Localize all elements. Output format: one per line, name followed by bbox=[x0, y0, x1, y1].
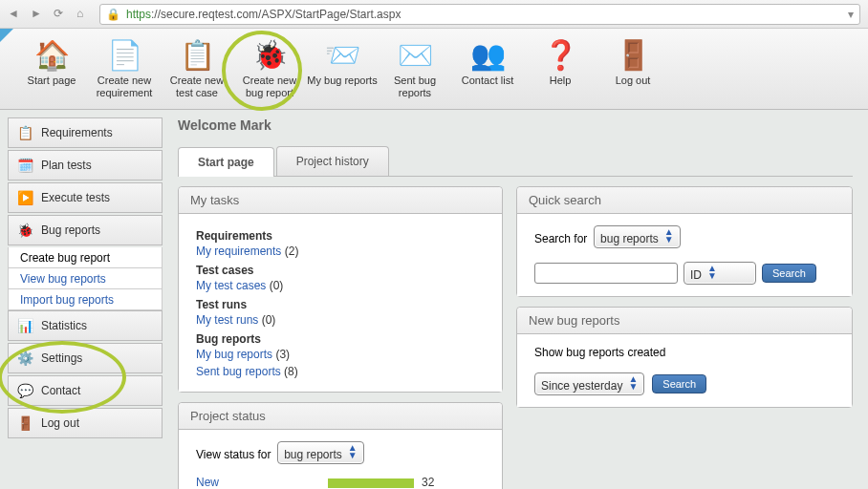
chart-icon: 📊 bbox=[16, 317, 33, 334]
tool-create-bug-report[interactable]: 🐞Create new bug report bbox=[233, 32, 306, 99]
clipboard-add-icon: 📋 bbox=[178, 36, 216, 73]
document-add-icon: 📄 bbox=[105, 36, 143, 73]
select-view-status-for[interactable]: bug reports▲▼ bbox=[277, 441, 364, 464]
select-search-field[interactable]: ID▲▼ bbox=[684, 262, 756, 285]
play-icon: ▶️ bbox=[16, 189, 33, 206]
link-my-test-runs[interactable]: My test runs bbox=[196, 313, 258, 327]
tool-contact-list[interactable]: 👥Contact list bbox=[451, 32, 524, 87]
home-icon[interactable]: ⌂ bbox=[76, 7, 92, 22]
tool-my-bug-reports[interactable]: 📨My bug reports bbox=[306, 32, 379, 87]
sidebar-sub-create-bug-report[interactable]: Create bug report bbox=[8, 247, 163, 268]
panel-header-quick-search: Quick search bbox=[517, 187, 852, 214]
sidebar-item-statistics[interactable]: 📊Statistics bbox=[8, 310, 163, 341]
sidebar-item-plan-tests[interactable]: 🗓️Plan tests bbox=[8, 150, 163, 181]
back-icon[interactable]: ◄ bbox=[8, 7, 23, 22]
tool-log-out[interactable]: 🚪Log out bbox=[597, 32, 669, 87]
tool-start-page[interactable]: 🏠Start page bbox=[15, 32, 88, 87]
panel-project-status: Project status View status for bug repor… bbox=[178, 402, 503, 489]
tool-help[interactable]: ❓Help bbox=[524, 32, 597, 87]
new-bug-search-button[interactable]: Search bbox=[652, 374, 706, 393]
plan-icon: 🗓️ bbox=[16, 157, 33, 174]
gear-icon: ⚙️ bbox=[16, 350, 33, 367]
chat-icon: 💬 bbox=[16, 382, 33, 399]
search-input[interactable] bbox=[534, 263, 678, 284]
browser-nav-bar: ◄ ► ⟳ ⌂ 🔒 https://secure.reqtest.com/ASP… bbox=[0, 0, 868, 29]
link-my-requirements[interactable]: My requirements bbox=[196, 244, 281, 258]
select-since[interactable]: Since yesterday▲▼ bbox=[534, 372, 644, 395]
panel-header-my-tasks: My tasks bbox=[179, 187, 502, 214]
url-dropdown-icon[interactable]: ▾ bbox=[848, 8, 854, 21]
welcome-heading: Welcome Mark bbox=[178, 117, 853, 133]
tab-start-page[interactable]: Start page bbox=[178, 147, 274, 177]
sidebar-item-contact[interactable]: 💬Contact bbox=[8, 375, 163, 406]
sidebar: 📋Requirements 🗓️Plan tests ▶️Execute tes… bbox=[0, 110, 163, 489]
status-row-new: New32 bbox=[196, 474, 485, 489]
sidebar-item-settings[interactable]: ⚙️Settings bbox=[8, 343, 163, 373]
task-group-test-runs: Test runs bbox=[196, 298, 485, 311]
link-my-bug-reports[interactable]: My bug reports bbox=[196, 348, 272, 361]
search-button[interactable]: Search bbox=[762, 264, 816, 283]
view-status-label: View status for bbox=[196, 448, 271, 461]
sidebar-sub-import-bug-reports[interactable]: Import bug reports bbox=[8, 289, 163, 310]
panel-header-project-status: Project status bbox=[179, 403, 502, 430]
panel-new-bug-reports: New bug reports Show bug reports created… bbox=[516, 307, 853, 408]
reload-icon[interactable]: ⟳ bbox=[54, 7, 69, 22]
door-icon: 🚪 bbox=[614, 36, 652, 73]
tool-create-requirement[interactable]: 📄Create new requirement bbox=[88, 32, 161, 99]
sidebar-item-log-out[interactable]: 🚪Log out bbox=[8, 408, 163, 438]
panel-my-tasks: My tasks Requirements My requirements (2… bbox=[178, 186, 503, 393]
status-link-new[interactable]: New bbox=[196, 474, 320, 489]
page-fold-icon bbox=[0, 29, 13, 42]
people-icon: 👥 bbox=[468, 36, 507, 73]
tabs: Start page Project history bbox=[178, 146, 853, 177]
sidebar-item-requirements[interactable]: 📋Requirements bbox=[8, 117, 163, 148]
url-text: https://secure.reqtest.com/ASPX/StartPag… bbox=[126, 8, 401, 21]
task-group-requirements: Requirements bbox=[196, 229, 485, 243]
sidebar-item-execute-tests[interactable]: ▶️Execute tests bbox=[8, 182, 163, 213]
tool-sent-bug-reports[interactable]: ✉️Sent bug reports bbox=[379, 32, 451, 99]
quick-search-label: Search for bbox=[534, 232, 587, 245]
content-area: Welcome Mark Start page Project history … bbox=[163, 110, 868, 489]
doc-icon: 📋 bbox=[16, 124, 33, 141]
lock-icon: 🔒 bbox=[106, 8, 120, 21]
envelope-open-icon: 📨 bbox=[323, 36, 361, 73]
bug-icon: 🐞 bbox=[16, 222, 33, 239]
sidebar-sub-view-bug-reports[interactable]: View bug reports bbox=[8, 268, 163, 289]
select-search-type[interactable]: bug reports▲▼ bbox=[594, 225, 681, 248]
task-group-test-cases: Test cases bbox=[196, 264, 485, 277]
new-bug-reports-label: Show bug reports created bbox=[534, 346, 835, 359]
bug-add-icon: 🐞 bbox=[250, 36, 289, 73]
panel-quick-search: Quick search Search for bug reports▲▼ ID… bbox=[516, 186, 853, 297]
main-toolbar: 🏠Start page 📄Create new requirement 📋Cre… bbox=[0, 29, 868, 110]
link-my-test-cases[interactable]: My test cases bbox=[196, 279, 266, 292]
panel-header-new-bug-reports: New bug reports bbox=[517, 308, 852, 334]
help-icon: ❓ bbox=[541, 36, 579, 73]
envelope-icon: ✉️ bbox=[396, 36, 434, 73]
url-bar[interactable]: 🔒 https://secure.reqtest.com/ASPX/StartP… bbox=[99, 4, 860, 25]
task-group-bug-reports: Bug reports bbox=[196, 332, 485, 346]
tab-project-history[interactable]: Project history bbox=[276, 146, 389, 176]
forward-icon[interactable]: ► bbox=[31, 7, 46, 22]
sidebar-item-bug-reports[interactable]: 🐞Bug reports bbox=[8, 215, 163, 245]
status-bar-new bbox=[328, 478, 414, 488]
link-sent-bug-reports[interactable]: Sent bug reports bbox=[196, 365, 281, 378]
door-icon: 🚪 bbox=[16, 415, 33, 432]
tool-create-test-case[interactable]: 📋Create new test case bbox=[161, 32, 233, 99]
house-icon: 🏠 bbox=[33, 36, 71, 73]
